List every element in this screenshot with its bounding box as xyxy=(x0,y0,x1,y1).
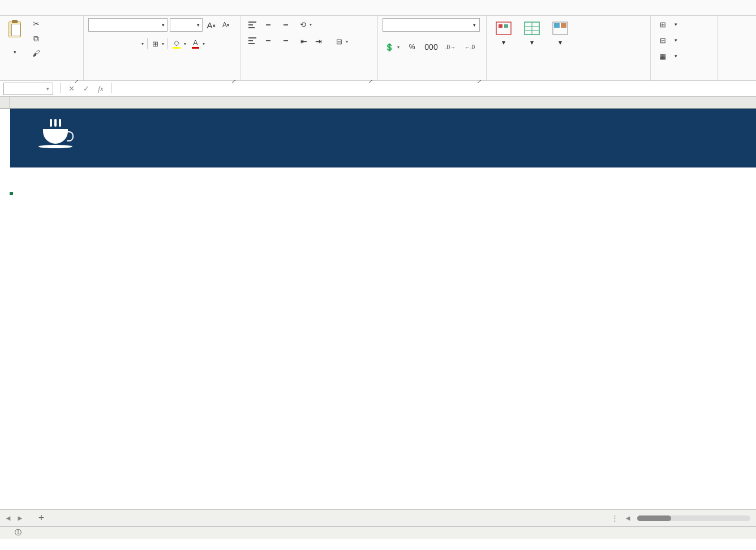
format-cells-icon: ▦ xyxy=(658,51,668,61)
accessibility-status[interactable]: ⓘ xyxy=(15,528,24,538)
cell-styles-button[interactable]: ▾ xyxy=(548,18,573,48)
insert-cells-button[interactable]: ⊞▾ xyxy=(655,18,680,31)
alignment-group: ⟲▾ ⇤ ⇥ ⊟▾ ⤢ xyxy=(241,16,378,80)
cells-group-label xyxy=(655,77,712,79)
svg-rect-2 xyxy=(504,24,508,28)
horizontal-scrollbar[interactable] xyxy=(637,515,750,521)
clipboard-launcher-icon[interactable]: ⤢ xyxy=(74,78,79,84)
paste-button[interactable]: ▾ xyxy=(5,18,25,57)
font-group: ▾ ▾ A▴ A▾ ▾ ⊞▾ ◇▾ A▾ ⤢ xyxy=(84,16,241,80)
sheet-content xyxy=(10,109,756,192)
select-all-corner[interactable] xyxy=(0,97,10,108)
cell-styles-icon xyxy=(551,19,569,37)
align-center-icon[interactable] xyxy=(261,34,275,48)
sheet-tabs: ◄ ► + ⋮ ◄ xyxy=(0,509,756,526)
comma-button[interactable]: 000 xyxy=(423,41,439,53)
fx-icon[interactable]: fx xyxy=(94,83,107,95)
underline-button[interactable]: ▾ xyxy=(124,37,145,50)
cut-icon[interactable]: ✂ xyxy=(31,18,42,29)
menu-tabs xyxy=(0,0,756,16)
cells-group: ⊞▾ ⊟▾ ▦▾ xyxy=(651,16,718,80)
enter-formula-icon[interactable]: ✓ xyxy=(80,83,92,95)
font-name-select[interactable]: ▾ xyxy=(88,18,167,32)
format-cells-button[interactable]: ▦▾ xyxy=(655,50,680,62)
name-box[interactable]: ▾ xyxy=(3,83,53,95)
align-middle-icon[interactable] xyxy=(261,18,275,32)
insert-cells-icon: ⊞ xyxy=(658,19,668,29)
copy-icon[interactable]: ⧉ xyxy=(31,33,42,44)
increase-indent-icon[interactable]: ⇥ xyxy=(312,35,325,48)
styles-group: ▾ ▾ ▾ xyxy=(487,16,651,80)
styles-group-label xyxy=(491,77,646,79)
accessibility-icon: ⓘ xyxy=(15,528,22,538)
alignment-launcher-icon[interactable]: ⤢ xyxy=(368,78,373,84)
font-color-button[interactable]: A▾ xyxy=(190,37,206,50)
format-as-table-icon xyxy=(523,19,541,37)
align-left-icon[interactable] xyxy=(246,34,259,48)
svg-rect-8 xyxy=(554,23,560,28)
number-format-select[interactable]: ▾ xyxy=(383,18,480,32)
increase-font-icon[interactable]: A▴ xyxy=(205,19,217,31)
number-launcher-icon[interactable]: ⤢ xyxy=(477,78,482,84)
logo xyxy=(38,119,72,158)
formula-input[interactable] xyxy=(114,83,756,95)
next-sheet-icon[interactable]: ► xyxy=(16,514,24,522)
status-bar: ⓘ xyxy=(0,526,756,539)
svg-rect-1 xyxy=(499,24,502,28)
wrap-text-button[interactable] xyxy=(334,18,346,31)
conditional-formatting-button[interactable]: ▾ xyxy=(491,18,516,48)
format-painter-icon[interactable]: 🖌 xyxy=(31,48,42,59)
decrease-decimal-icon[interactable]: ←.0 xyxy=(462,41,478,53)
italic-button[interactable] xyxy=(106,37,122,50)
decrease-indent-icon[interactable]: ⇤ xyxy=(298,35,310,48)
orientation-button[interactable]: ⟲▾ xyxy=(298,18,325,31)
formula-bar: ▾ ✕ ✓ fx xyxy=(0,81,756,97)
font-size-select[interactable]: ▾ xyxy=(170,18,203,32)
fill-color-button[interactable]: ◇▾ xyxy=(170,37,187,50)
spreadsheet-grid[interactable] xyxy=(0,97,756,482)
prev-sheet-icon[interactable]: ◄ xyxy=(5,514,12,522)
align-bottom-icon[interactable] xyxy=(277,18,291,32)
increase-decimal-icon[interactable]: .0→ xyxy=(443,41,458,53)
tab-scroll-left-icon[interactable]: ◄ xyxy=(624,514,632,522)
clipboard-group: ▾ ✂ ⧉ 🖌 ⤢ xyxy=(0,16,84,80)
align-right-icon[interactable] xyxy=(277,34,291,48)
align-top-icon[interactable] xyxy=(246,18,259,32)
ribbon: ▾ ✂ ⧉ 🖌 ⤢ ▾ ▾ A▴ A▾ ▾ ⊞▾ xyxy=(0,16,756,81)
svg-rect-9 xyxy=(561,23,566,28)
format-as-table-button[interactable]: ▾ xyxy=(519,18,544,48)
svg-rect-0 xyxy=(496,22,511,35)
number-group: ▾ 💲▾ % 000 .0→ ←.0 ⤢ xyxy=(378,16,487,80)
decrease-font-icon[interactable]: A▾ xyxy=(220,19,232,31)
bold-button[interactable] xyxy=(88,37,104,50)
font-launcher-icon[interactable]: ⤢ xyxy=(231,78,236,84)
border-button[interactable]: ⊞▾ xyxy=(150,37,165,50)
tab-menu-icon[interactable]: ⋮ xyxy=(611,514,618,522)
currency-button[interactable]: 💲▾ xyxy=(383,41,401,53)
percent-button[interactable]: % xyxy=(404,41,420,53)
column-headers[interactable] xyxy=(0,97,756,109)
delete-cells-button[interactable]: ⊟▾ xyxy=(655,34,680,46)
selection-indicator xyxy=(10,192,12,195)
delete-cells-icon: ⊟ xyxy=(658,35,668,45)
add-sheet-button[interactable]: + xyxy=(31,509,53,527)
conditional-formatting-icon xyxy=(495,19,513,37)
merge-button[interactable]: ⊟▾ xyxy=(334,35,349,48)
title-banner xyxy=(10,109,756,167)
